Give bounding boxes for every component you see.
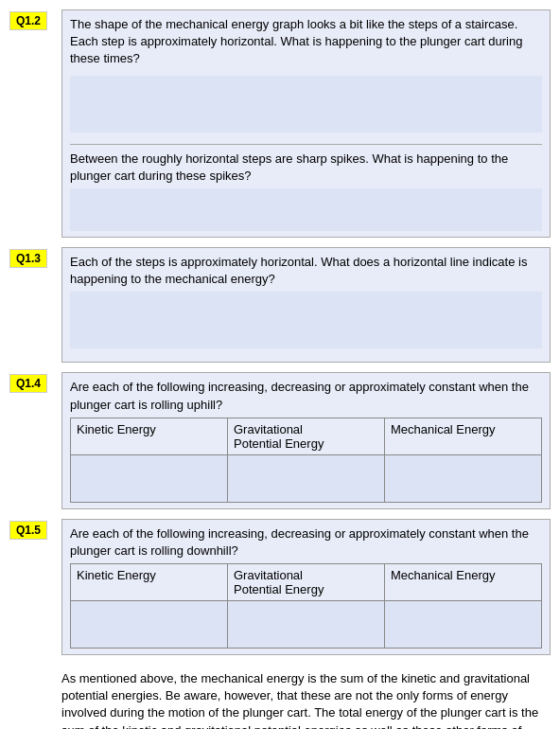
q14-ke-answer[interactable] bbox=[71, 454, 228, 502]
q15-prompt: Are each of the following increasing, de… bbox=[70, 525, 542, 560]
prose-section: As mentioned above, the mechanical energ… bbox=[0, 665, 560, 729]
question-block-q12: Q1.2 The shape of the mechanical energy … bbox=[0, 9, 560, 238]
question-block-q14: Q1.4 Are each of the following increasin… bbox=[0, 372, 560, 508]
q12-content: The shape of the mechanical energy graph… bbox=[61, 9, 551, 238]
q12-answer2[interactable] bbox=[70, 188, 542, 231]
q15-col3-header: Mechanical Energy bbox=[385, 564, 542, 601]
q13-label: Q1.3 bbox=[9, 247, 61, 363]
q13-text: Each of the steps is approximately horiz… bbox=[70, 254, 542, 288]
q12-label: Q1.2 bbox=[9, 9, 61, 238]
q12-part1-text: The shape of the mechanical energy graph… bbox=[70, 16, 542, 68]
q14-label: Q1.4 bbox=[9, 372, 61, 508]
q13-content: Each of the steps is approximately horiz… bbox=[61, 247, 551, 363]
prose-text: As mentioned above, the mechanical energ… bbox=[61, 670, 551, 729]
q15-badge: Q1.5 bbox=[9, 521, 47, 540]
q14-prompt: Are each of the following increasing, de… bbox=[70, 379, 542, 413]
question-block-q13: Q1.3 Each of the steps is approximately … bbox=[0, 247, 560, 363]
q14-col2-header: GravitationalPotential Energy bbox=[228, 418, 385, 454]
q15-header-row: Kinetic Energy GravitationalPotential En… bbox=[71, 564, 542, 601]
q14-gpe-answer[interactable] bbox=[228, 454, 385, 502]
q14-col1-header: Kinetic Energy bbox=[71, 418, 228, 454]
q15-ke-answer[interactable] bbox=[71, 601, 228, 649]
q14-badge: Q1.4 bbox=[9, 374, 47, 393]
q15-label: Q1.5 bbox=[9, 519, 61, 655]
q14-me-answer[interactable] bbox=[385, 454, 542, 502]
q15-table: Kinetic Energy GravitationalPotential En… bbox=[70, 563, 542, 649]
q15-col1-header: Kinetic Energy bbox=[71, 564, 228, 601]
question-block-q15: Q1.5 Are each of the following increasin… bbox=[0, 519, 560, 655]
q14-header-row: Kinetic Energy GravitationalPotential En… bbox=[71, 418, 542, 454]
q12-part2-text: Between the roughly horizontal steps are… bbox=[70, 151, 542, 185]
q13-answer[interactable] bbox=[70, 292, 542, 348]
q14-table: Kinetic Energy GravitationalPotential En… bbox=[70, 418, 542, 503]
q13-badge: Q1.3 bbox=[9, 249, 47, 268]
q15-col2-header: GravitationalPotential Energy bbox=[228, 564, 385, 601]
q12-badge: Q1.2 bbox=[9, 11, 47, 30]
q15-gpe-answer[interactable] bbox=[228, 601, 385, 649]
q15-content: Are each of the following increasing, de… bbox=[61, 519, 551, 655]
q14-content: Are each of the following increasing, de… bbox=[61, 372, 551, 508]
q12-separator: Between the roughly horizontal steps are… bbox=[70, 144, 542, 231]
q12-answer1[interactable] bbox=[70, 76, 542, 133]
q14-col3-header: Mechanical Energy bbox=[385, 418, 542, 454]
q15-me-answer[interactable] bbox=[385, 601, 542, 649]
q14-answer-row bbox=[71, 454, 542, 502]
q15-answer-row bbox=[71, 601, 542, 649]
